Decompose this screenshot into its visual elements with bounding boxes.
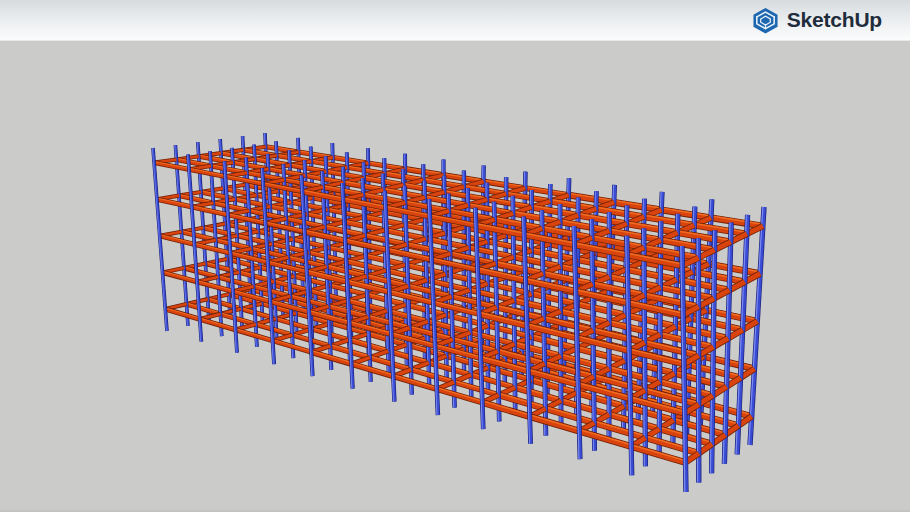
brand-text: SketchUp [787, 8, 882, 32]
sketchup-brand-link[interactable]: SketchUp [752, 7, 882, 34]
rack-model[interactable] [0, 0, 910, 512]
sketchup-viewer-window: SketchUp [0, 0, 910, 512]
top-bar: SketchUp [0, 0, 910, 41]
viewport-3d[interactable] [0, 0, 910, 512]
sketchup-logo-icon [752, 7, 779, 34]
